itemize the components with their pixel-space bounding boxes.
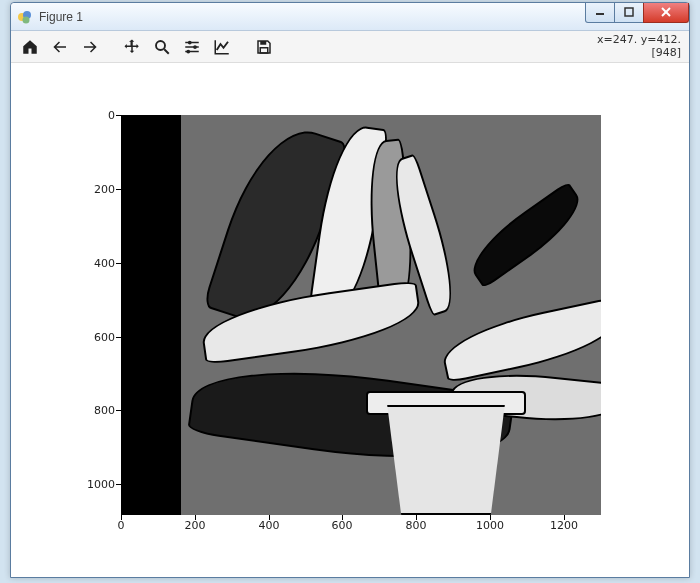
- svg-point-2: [23, 16, 30, 23]
- home-button[interactable]: [17, 34, 43, 60]
- svg-rect-15: [260, 41, 266, 45]
- close-button[interactable]: [643, 3, 689, 23]
- svg-point-14: [186, 49, 190, 53]
- save-icon: [255, 38, 273, 56]
- window-title: Figure 1: [39, 10, 586, 24]
- svg-rect-16: [260, 47, 268, 52]
- zoom-button[interactable]: [149, 34, 175, 60]
- x-tick-label: 0: [118, 519, 125, 532]
- y-tick-label: 400: [75, 257, 115, 270]
- cursor-value: [948]: [597, 46, 681, 59]
- y-tick-label: 600: [75, 331, 115, 344]
- move-icon: [123, 38, 141, 56]
- save-button[interactable]: [251, 34, 277, 60]
- y-tick-label: 0: [75, 109, 115, 122]
- x-tick-label: 400: [259, 519, 280, 532]
- app-icon: [17, 9, 33, 25]
- y-tick-label: 1000: [75, 478, 115, 491]
- back-button[interactable]: [47, 34, 73, 60]
- axes: 0 200 400 600 800 1000 0 200 400 600 800…: [121, 115, 601, 515]
- figure-window: Figure 1: [10, 2, 690, 578]
- minimize-icon: [595, 7, 605, 17]
- svg-line-8: [164, 49, 169, 54]
- forward-button[interactable]: [77, 34, 103, 60]
- svg-point-10: [188, 40, 192, 44]
- x-tick-label: 1000: [476, 519, 504, 532]
- home-icon: [21, 38, 39, 56]
- x-tick-label: 1200: [550, 519, 578, 532]
- sliders-icon: [183, 38, 201, 56]
- toolbar: x=247. y=412. [948]: [11, 31, 689, 63]
- svg-point-7: [156, 41, 165, 50]
- x-tick-label: 800: [406, 519, 427, 532]
- zoom-icon: [153, 38, 171, 56]
- edit-button[interactable]: [209, 34, 235, 60]
- cursor-coordinates: x=247. y=412. [948]: [597, 33, 681, 59]
- close-icon: [660, 6, 672, 18]
- titlebar[interactable]: Figure 1: [11, 3, 689, 31]
- maximize-button[interactable]: [614, 3, 644, 23]
- figure-canvas[interactable]: 0 200 400 600 800 1000 0 200 400 600 800…: [11, 63, 689, 577]
- chart-line-icon: [213, 38, 231, 56]
- arrow-right-icon: [81, 38, 99, 56]
- window-controls: [586, 3, 689, 23]
- y-tick-label: 800: [75, 404, 115, 417]
- x-tick-label: 600: [332, 519, 353, 532]
- pan-button[interactable]: [119, 34, 145, 60]
- svg-rect-4: [625, 8, 633, 16]
- plot-image: [121, 115, 601, 515]
- arrow-left-icon: [51, 38, 69, 56]
- subplots-button[interactable]: [179, 34, 205, 60]
- minimize-button[interactable]: [585, 3, 615, 23]
- x-tick-label: 200: [185, 519, 206, 532]
- cursor-xy: x=247. y=412.: [597, 33, 681, 46]
- y-tick-label: 200: [75, 183, 115, 196]
- svg-point-12: [193, 45, 197, 49]
- maximize-icon: [624, 7, 634, 17]
